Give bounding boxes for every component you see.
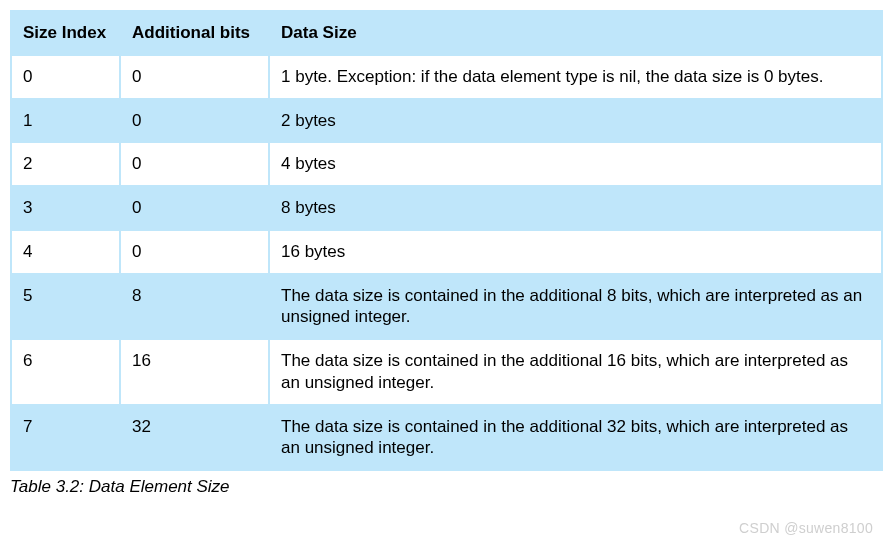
table-row: 3 0 8 bytes bbox=[11, 186, 882, 230]
table-row: 0 0 1 byte. Exception: if the data eleme… bbox=[11, 55, 882, 99]
table-row: 6 16 The data size is contained in the a… bbox=[11, 339, 882, 405]
cell-size-index: 7 bbox=[11, 405, 120, 471]
cell-size-index: 3 bbox=[11, 186, 120, 230]
cell-data-size: 8 bytes bbox=[269, 186, 882, 230]
header-data-size: Data Size bbox=[269, 11, 882, 55]
cell-additional-bits: 0 bbox=[120, 55, 269, 99]
cell-additional-bits: 0 bbox=[120, 142, 269, 186]
cell-additional-bits: 0 bbox=[120, 186, 269, 230]
cell-size-index: 1 bbox=[11, 99, 120, 143]
table-row: 4 0 16 bytes bbox=[11, 230, 882, 274]
cell-additional-bits: 0 bbox=[120, 230, 269, 274]
cell-additional-bits: 32 bbox=[120, 405, 269, 471]
header-additional-bits: Additional bits bbox=[120, 11, 269, 55]
table-caption: Table 3.2: Data Element Size bbox=[10, 477, 883, 497]
cell-data-size: The data size is contained in the additi… bbox=[269, 405, 882, 471]
cell-data-size: 4 bytes bbox=[269, 142, 882, 186]
table-row: 1 0 2 bytes bbox=[11, 99, 882, 143]
cell-size-index: 0 bbox=[11, 55, 120, 99]
cell-size-index: 5 bbox=[11, 274, 120, 340]
cell-size-index: 4 bbox=[11, 230, 120, 274]
table-row: 2 0 4 bytes bbox=[11, 142, 882, 186]
cell-data-size: The data size is contained in the additi… bbox=[269, 339, 882, 405]
cell-data-size: The data size is contained in the additi… bbox=[269, 274, 882, 340]
cell-additional-bits: 0 bbox=[120, 99, 269, 143]
cell-size-index: 6 bbox=[11, 339, 120, 405]
cell-data-size: 1 byte. Exception: if the data element t… bbox=[269, 55, 882, 99]
cell-additional-bits: 16 bbox=[120, 339, 269, 405]
cell-data-size: 16 bytes bbox=[269, 230, 882, 274]
cell-size-index: 2 bbox=[11, 142, 120, 186]
header-size-index: Size Index bbox=[11, 11, 120, 55]
table-row: 7 32 The data size is contained in the a… bbox=[11, 405, 882, 471]
table-header-row: Size Index Additional bits Data Size bbox=[11, 11, 882, 55]
cell-data-size: 2 bytes bbox=[269, 99, 882, 143]
data-element-size-table: Size Index Additional bits Data Size 0 0… bbox=[10, 10, 883, 471]
cell-additional-bits: 8 bbox=[120, 274, 269, 340]
table-row: 5 8 The data size is contained in the ad… bbox=[11, 274, 882, 340]
